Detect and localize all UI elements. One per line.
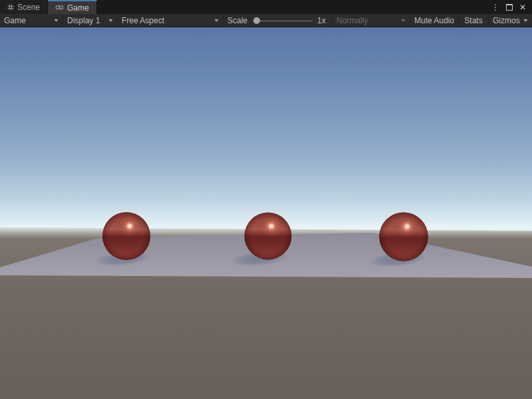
- tab-game[interactable]: Game: [48, 0, 97, 14]
- tab-scene-label: Scene: [17, 3, 40, 12]
- scale-slider-knob[interactable]: [253, 17, 260, 24]
- play-mode-dropdown-label: Normally: [336, 16, 368, 25]
- mute-audio-label: Mute Audio: [414, 16, 454, 25]
- scale-slider-track: [253, 21, 313, 21]
- chevron-down-icon: ▼: [108, 18, 114, 23]
- more-menu-icon[interactable]: ⋮: [491, 3, 499, 11]
- scale-value: 1x: [317, 16, 326, 25]
- close-icon[interactable]: ✕: [519, 3, 526, 11]
- tab-scene[interactable]: Scene: [0, 0, 48, 14]
- window-controls: ⋮ ✕: [491, 0, 532, 14]
- game-render-viewport[interactable]: [0, 27, 532, 399]
- mute-audio-button[interactable]: Mute Audio: [410, 14, 459, 27]
- tab-game-label: Game: [67, 3, 89, 13]
- scale-slider[interactable]: [253, 17, 313, 25]
- display-dropdown-label: Display 1: [67, 16, 100, 25]
- gizmos-label: Gizmos: [493, 16, 520, 25]
- scale-control: Scale 1x: [223, 14, 332, 27]
- chevron-down-icon: ▼: [400, 18, 407, 23]
- chevron-down-icon: ▼: [53, 18, 60, 23]
- play-mode-dropdown[interactable]: Normally ▼: [332, 14, 410, 27]
- tab-bar: Scene Game ⋮ ✕: [0, 0, 532, 14]
- red-sphere-middle: [245, 213, 292, 260]
- maximize-icon[interactable]: [506, 4, 513, 11]
- game-target-dropdown[interactable]: Game ▼: [0, 14, 63, 27]
- stats-button[interactable]: Stats: [459, 14, 489, 27]
- red-sphere-left: [102, 212, 150, 260]
- gizmos-dropdown[interactable]: Gizmos ▼: [489, 14, 532, 27]
- scale-label: Scale: [227, 16, 247, 25]
- rendered-scene: [0, 27, 532, 399]
- chevron-down-icon: ▼: [213, 18, 220, 23]
- grid-icon: [7, 4, 14, 11]
- chevron-down-icon: ▼: [523, 18, 529, 23]
- gamepad-icon: [55, 5, 64, 11]
- game-view-toolbar: Game ▼ Display 1 ▼ Free Aspect ▼ Scale 1…: [0, 14, 532, 27]
- display-dropdown[interactable]: Display 1 ▼: [63, 14, 118, 27]
- unity-game-panel: Scene Game ⋮ ✕ Game ▼ Display 1 ▼: [0, 0, 532, 399]
- stats-label: Stats: [464, 16, 482, 25]
- aspect-ratio-dropdown-label: Free Aspect: [122, 16, 164, 25]
- game-target-dropdown-label: Game: [4, 16, 26, 25]
- aspect-ratio-dropdown[interactable]: Free Aspect ▼: [118, 14, 223, 27]
- red-sphere-right: [379, 212, 428, 261]
